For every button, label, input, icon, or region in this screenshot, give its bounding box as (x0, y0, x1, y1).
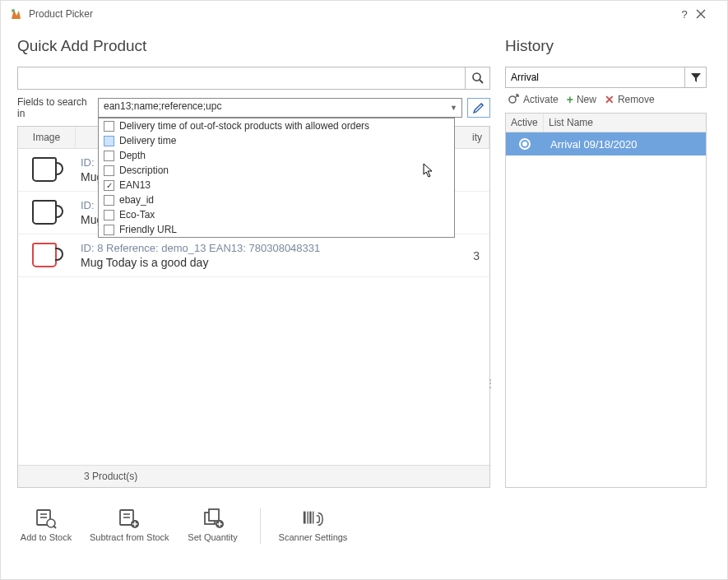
col-image[interactable]: Image (18, 127, 76, 148)
search-button[interactable] (466, 67, 490, 90)
product-name: Mug Today is a good day (81, 256, 443, 269)
checkbox-icon (104, 121, 114, 132)
col-active[interactable]: Active (506, 114, 544, 132)
dropdown-option-label: Delivery time (119, 135, 176, 146)
window-title: Product Picker (29, 8, 673, 20)
toolbar-separator (260, 508, 261, 544)
product-qty: 3 (448, 234, 489, 276)
remove-label: Remove (618, 94, 655, 105)
fields-select-value: ean13;name;reference;upc (104, 100, 221, 112)
scanner-icon (301, 508, 324, 529)
subtract-stock-label: Subtract from Stock (90, 532, 169, 542)
svg-rect-14 (209, 509, 219, 521)
product-search-input[interactable] (17, 67, 466, 90)
bottom-toolbar: Add to Stock Subtract from Stock Set Qua… (1, 496, 727, 555)
activate-icon (507, 93, 520, 106)
activate-label: Activate (523, 94, 559, 105)
add-to-stock-button[interactable]: Add to Stock (17, 508, 75, 542)
checkbox-icon (104, 210, 114, 220)
dropdown-option[interactable]: Depth (99, 148, 454, 163)
remove-button[interactable]: ✕ Remove (605, 93, 655, 106)
new-button[interactable]: + New (567, 93, 596, 106)
history-panel: History Activate + New ✕ Remove (505, 27, 707, 488)
dropdown-option-label: Description (119, 165, 169, 176)
set-quantity-button[interactable]: Set Quantity (184, 508, 242, 542)
help-button[interactable]: ? (673, 8, 696, 21)
fields-select[interactable]: ean13;name;reference;upc ▼ (98, 98, 462, 118)
activate-button[interactable]: Activate (507, 93, 559, 106)
svg-line-2 (480, 80, 483, 83)
svg-rect-17 (308, 512, 308, 524)
history-heading: History (505, 37, 707, 55)
fields-label: Fields to search in (17, 96, 93, 119)
add-stock-label: Add to Stock (21, 532, 72, 542)
product-idline: ID: 8 Reference: demo_13 EAN13: 78030804… (81, 242, 443, 254)
subtract-stock-icon (118, 508, 141, 529)
svg-rect-18 (310, 512, 312, 524)
col-listname[interactable]: List Name (544, 114, 706, 132)
svg-point-0 (12, 9, 15, 12)
new-label: New (577, 94, 596, 105)
dropdown-option[interactable]: Delivery time (99, 133, 454, 148)
quick-add-panel: Quick Add Product Fields to search in ea… (17, 27, 490, 488)
grid-footer: 3 Product(s) (18, 465, 489, 487)
remove-icon: ✕ (605, 93, 614, 106)
product-thumb (18, 192, 76, 234)
history-list-name: Arrival 09/18/2020 (544, 138, 706, 151)
chevron-down-icon: ▼ (450, 104, 457, 112)
set-qty-icon (202, 508, 225, 529)
dropdown-option-label: EAN13 (119, 179, 151, 191)
dropdown-option-label: Friendly URL (119, 224, 177, 235)
svg-point-1 (473, 73, 480, 81)
history-search-input[interactable] (505, 67, 685, 88)
dropdown-option[interactable]: Description (99, 163, 454, 178)
dropdown-option-label: ebay_id (119, 194, 154, 206)
product-thumb (18, 234, 76, 276)
checkbox-icon (104, 136, 114, 146)
svg-line-8 (53, 526, 56, 528)
dropdown-option[interactable]: Eco-Tax (99, 207, 454, 222)
history-toolbar: Activate + New ✕ Remove (507, 93, 707, 106)
svg-rect-19 (313, 512, 313, 524)
checkbox-icon (104, 225, 114, 235)
app-icon (9, 7, 22, 21)
history-row[interactable]: Arrival 09/18/2020 (506, 132, 706, 155)
fields-dropdown[interactable]: Delivery time of out-of-stock products w… (98, 118, 455, 238)
checkbox-icon (104, 151, 114, 161)
dropdown-option[interactable]: ✓EAN13 (99, 178, 454, 193)
edit-fields-button[interactable] (467, 98, 490, 118)
subtract-from-stock-button[interactable]: Subtract from Stock (90, 508, 169, 542)
dropdown-option-label: Depth (119, 150, 146, 161)
drag-handle-icon[interactable]: ⋮ (485, 382, 496, 385)
titlebar: Product Picker ? (1, 1, 727, 27)
quick-add-heading: Quick Add Product (17, 37, 490, 55)
plus-icon: + (567, 94, 573, 105)
svg-point-3 (509, 96, 516, 103)
checkbox-icon (104, 165, 114, 176)
checkbox-icon (104, 195, 114, 206)
filter-button[interactable] (685, 67, 707, 88)
product-thumb (18, 149, 76, 191)
dropdown-option-label: Delivery time of out-of-stock products w… (119, 120, 369, 132)
svg-rect-16 (304, 512, 306, 524)
dropdown-option[interactable]: ebay_id (99, 193, 454, 207)
history-active-radio[interactable] (506, 138, 544, 150)
table-row[interactable]: ID: 8 Reference: demo_13 EAN13: 78030804… (18, 234, 489, 277)
scanner-settings-button[interactable]: Scanner Settings (279, 508, 348, 542)
dropdown-option[interactable]: Delivery time of out-of-stock products w… (99, 118, 454, 133)
close-button[interactable] (696, 9, 719, 19)
set-qty-label: Set Quantity (188, 532, 238, 542)
dropdown-option-label: Eco-Tax (119, 209, 155, 220)
checkbox-icon: ✓ (104, 180, 114, 191)
add-stock-icon (35, 508, 58, 529)
dropdown-option[interactable]: Friendly URL (99, 222, 454, 237)
scanner-label: Scanner Settings (279, 532, 348, 542)
history-grid: Active List Name Arrival 09/18/2020 (505, 113, 707, 488)
